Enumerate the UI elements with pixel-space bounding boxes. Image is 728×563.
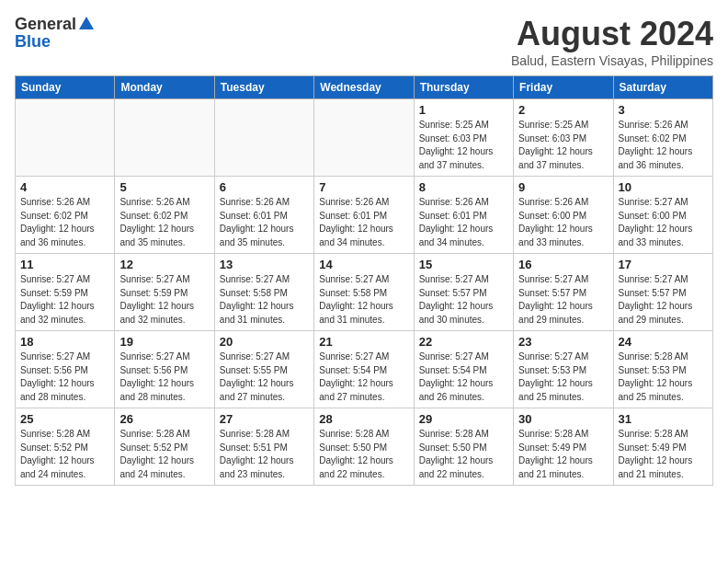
day-info: Sunrise: 5:28 AMSunset: 5:50 PMDaylight:… xyxy=(419,428,508,481)
day-number: 11 xyxy=(20,258,109,271)
day-info: Sunrise: 5:28 AMSunset: 5:52 PMDaylight:… xyxy=(119,428,209,481)
day-number: 7 xyxy=(319,180,408,194)
col-wednesday: Wednesday xyxy=(314,76,414,99)
logo-triangle-icon xyxy=(79,17,94,33)
day-number: 23 xyxy=(518,335,608,349)
calendar-cell: 24Sunrise: 5:28 AMSunset: 5:53 PMDayligh… xyxy=(613,331,712,408)
day-info: Sunrise: 5:27 AMSunset: 5:59 PMDaylight:… xyxy=(20,273,109,327)
day-info: Sunrise: 5:25 AMSunset: 6:03 PMDaylight:… xyxy=(419,119,508,172)
calendar-cell xyxy=(314,99,414,177)
logo: General Blue xyxy=(15,15,94,52)
logo-blue: Blue xyxy=(15,32,51,52)
day-info: Sunrise: 5:28 AMSunset: 5:49 PMDaylight:… xyxy=(619,428,708,481)
day-number: 31 xyxy=(619,412,708,426)
title-area: August 2024 Balud, Eastern Visayas, Phil… xyxy=(511,15,713,68)
col-tuesday: Tuesday xyxy=(214,76,313,99)
day-info: Sunrise: 5:27 AMSunset: 5:58 PMDaylight:… xyxy=(319,273,408,327)
calendar-week-row: 11Sunrise: 5:27 AMSunset: 5:59 PMDayligh… xyxy=(16,254,713,331)
day-info: Sunrise: 5:26 AMSunset: 6:02 PMDaylight:… xyxy=(619,119,708,172)
col-thursday: Thursday xyxy=(414,76,513,99)
calendar-cell: 2Sunrise: 5:25 AMSunset: 6:03 PMDaylight… xyxy=(514,99,613,177)
day-info: Sunrise: 5:28 AMSunset: 5:50 PMDaylight:… xyxy=(319,428,408,481)
day-number: 21 xyxy=(319,335,408,349)
calendar-cell: 26Sunrise: 5:28 AMSunset: 5:52 PMDayligh… xyxy=(115,408,214,486)
day-info: Sunrise: 5:27 AMSunset: 5:59 PMDaylight:… xyxy=(119,273,209,327)
day-info: Sunrise: 5:27 AMSunset: 5:56 PMDaylight:… xyxy=(20,350,109,404)
calendar-cell: 9Sunrise: 5:26 AMSunset: 6:00 PMDaylight… xyxy=(514,177,613,254)
day-info: Sunrise: 5:26 AMSunset: 6:02 PMDaylight:… xyxy=(119,196,209,249)
day-number: 15 xyxy=(419,258,508,271)
day-info: Sunrise: 5:28 AMSunset: 5:52 PMDaylight:… xyxy=(20,428,109,481)
day-number: 6 xyxy=(220,180,309,194)
calendar-cell: 17Sunrise: 5:27 AMSunset: 5:57 PMDayligh… xyxy=(613,254,712,331)
calendar-title: August 2024 xyxy=(511,15,713,53)
day-number: 26 xyxy=(119,412,209,426)
day-info: Sunrise: 5:27 AMSunset: 5:55 PMDaylight:… xyxy=(220,350,309,404)
svg-marker-0 xyxy=(79,17,94,29)
calendar-subtitle: Balud, Eastern Visayas, Philippines xyxy=(511,53,713,68)
day-number: 29 xyxy=(419,412,508,426)
day-info: Sunrise: 5:25 AMSunset: 6:03 PMDaylight:… xyxy=(518,119,608,172)
day-info: Sunrise: 5:26 AMSunset: 6:01 PMDaylight:… xyxy=(419,196,508,249)
calendar-cell: 23Sunrise: 5:27 AMSunset: 5:53 PMDayligh… xyxy=(514,331,613,408)
day-number: 30 xyxy=(518,412,608,426)
calendar-cell: 15Sunrise: 5:27 AMSunset: 5:57 PMDayligh… xyxy=(414,254,513,331)
day-info: Sunrise: 5:27 AMSunset: 5:57 PMDaylight:… xyxy=(518,273,608,327)
day-number: 24 xyxy=(619,335,708,349)
day-number: 10 xyxy=(619,180,708,194)
calendar-cell: 11Sunrise: 5:27 AMSunset: 5:59 PMDayligh… xyxy=(16,254,115,331)
day-info: Sunrise: 5:27 AMSunset: 5:57 PMDaylight:… xyxy=(619,273,708,327)
day-number: 4 xyxy=(20,180,109,194)
calendar-cell: 1Sunrise: 5:25 AMSunset: 6:03 PMDaylight… xyxy=(414,99,513,177)
day-number: 14 xyxy=(319,258,408,271)
header: General Blue August 2024 Balud, Eastern … xyxy=(15,15,713,68)
logo-general: General xyxy=(15,15,76,34)
day-info: Sunrise: 5:28 AMSunset: 5:51 PMDaylight:… xyxy=(220,428,309,481)
calendar-cell: 7Sunrise: 5:26 AMSunset: 6:01 PMDaylight… xyxy=(314,177,414,254)
calendar-cell: 27Sunrise: 5:28 AMSunset: 5:51 PMDayligh… xyxy=(214,408,313,486)
calendar-cell: 22Sunrise: 5:27 AMSunset: 5:54 PMDayligh… xyxy=(414,331,513,408)
calendar-table: Sunday Monday Tuesday Wednesday Thursday… xyxy=(15,75,713,486)
day-info: Sunrise: 5:26 AMSunset: 6:01 PMDaylight:… xyxy=(220,196,309,249)
calendar-week-row: 4Sunrise: 5:26 AMSunset: 6:02 PMDaylight… xyxy=(16,177,713,254)
calendar-week-row: 25Sunrise: 5:28 AMSunset: 5:52 PMDayligh… xyxy=(16,408,713,486)
calendar-cell: 10Sunrise: 5:27 AMSunset: 6:00 PMDayligh… xyxy=(613,177,712,254)
calendar-cell: 20Sunrise: 5:27 AMSunset: 5:55 PMDayligh… xyxy=(214,331,313,408)
day-number: 20 xyxy=(220,335,309,349)
calendar-cell: 16Sunrise: 5:27 AMSunset: 5:57 PMDayligh… xyxy=(514,254,613,331)
day-info: Sunrise: 5:28 AMSunset: 5:53 PMDaylight:… xyxy=(619,350,708,404)
calendar-cell: 14Sunrise: 5:27 AMSunset: 5:58 PMDayligh… xyxy=(314,254,414,331)
day-number: 22 xyxy=(419,335,508,349)
day-info: Sunrise: 5:27 AMSunset: 5:54 PMDaylight:… xyxy=(319,350,408,404)
calendar-cell: 18Sunrise: 5:27 AMSunset: 5:56 PMDayligh… xyxy=(16,331,115,408)
calendar-cell: 30Sunrise: 5:28 AMSunset: 5:49 PMDayligh… xyxy=(514,408,613,486)
day-number: 8 xyxy=(419,180,508,194)
day-number: 25 xyxy=(20,412,109,426)
col-saturday: Saturday xyxy=(613,76,712,99)
day-number: 27 xyxy=(220,412,309,426)
calendar-cell: 29Sunrise: 5:28 AMSunset: 5:50 PMDayligh… xyxy=(414,408,513,486)
day-info: Sunrise: 5:27 AMSunset: 5:56 PMDaylight:… xyxy=(119,350,209,404)
calendar-week-row: 18Sunrise: 5:27 AMSunset: 5:56 PMDayligh… xyxy=(16,331,713,408)
calendar-cell: 12Sunrise: 5:27 AMSunset: 5:59 PMDayligh… xyxy=(115,254,214,331)
calendar-cell: 25Sunrise: 5:28 AMSunset: 5:52 PMDayligh… xyxy=(16,408,115,486)
day-number: 12 xyxy=(119,258,209,271)
col-friday: Friday xyxy=(514,76,613,99)
day-number: 28 xyxy=(319,412,408,426)
day-number: 3 xyxy=(619,103,708,117)
day-info: Sunrise: 5:26 AMSunset: 6:01 PMDaylight:… xyxy=(319,196,408,249)
day-info: Sunrise: 5:27 AMSunset: 6:00 PMDaylight:… xyxy=(619,196,708,249)
day-number: 5 xyxy=(119,180,209,194)
header-row: Sunday Monday Tuesday Wednesday Thursday… xyxy=(16,76,713,99)
day-info: Sunrise: 5:27 AMSunset: 5:53 PMDaylight:… xyxy=(518,350,608,404)
day-info: Sunrise: 5:26 AMSunset: 6:00 PMDaylight:… xyxy=(518,196,608,249)
day-info: Sunrise: 5:27 AMSunset: 5:54 PMDaylight:… xyxy=(419,350,508,404)
calendar-week-row: 1Sunrise: 5:25 AMSunset: 6:03 PMDaylight… xyxy=(16,99,713,177)
calendar-cell: 19Sunrise: 5:27 AMSunset: 5:56 PMDayligh… xyxy=(115,331,214,408)
calendar-cell: 4Sunrise: 5:26 AMSunset: 6:02 PMDaylight… xyxy=(16,177,115,254)
col-monday: Monday xyxy=(115,76,214,99)
calendar-cell: 3Sunrise: 5:26 AMSunset: 6:02 PMDaylight… xyxy=(613,99,712,177)
calendar-cell: 5Sunrise: 5:26 AMSunset: 6:02 PMDaylight… xyxy=(115,177,214,254)
day-number: 9 xyxy=(518,180,608,194)
calendar-cell: 21Sunrise: 5:27 AMSunset: 5:54 PMDayligh… xyxy=(314,331,414,408)
